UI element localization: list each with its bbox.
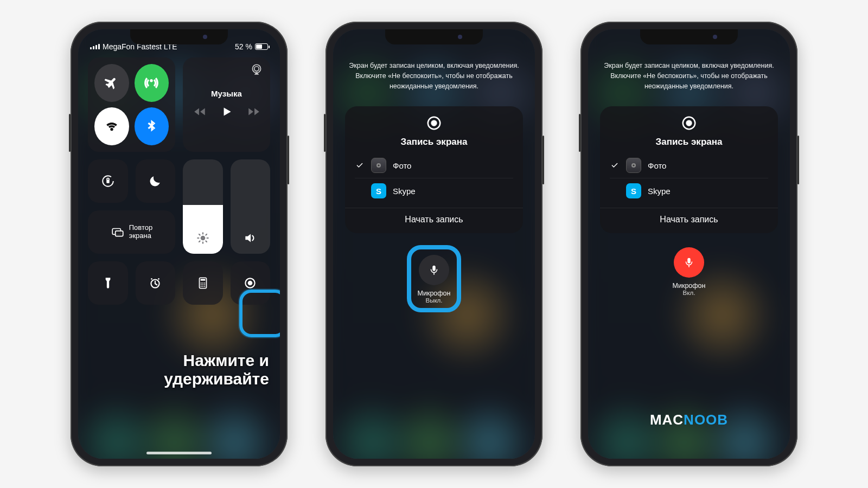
record-destination-skype[interactable]: S Skype <box>600 178 778 203</box>
calculator-button[interactable] <box>183 261 223 305</box>
svg-point-19 <box>202 286 203 287</box>
cellular-data-toggle[interactable] <box>135 64 169 102</box>
screen-record-button[interactable] <box>231 261 271 305</box>
media-title: Музыка <box>211 89 242 98</box>
do-not-disturb-button[interactable] <box>136 159 176 203</box>
notch <box>385 29 483 44</box>
record-destination-label: Skype <box>648 187 671 196</box>
microphone-icon <box>428 264 440 276</box>
orientation-lock-icon <box>101 174 115 188</box>
skype-app-icon: S <box>371 183 386 198</box>
photos-app-icon <box>626 158 641 173</box>
record-notice: Экран будет записан целиком, включая уве… <box>345 61 523 91</box>
media-tile[interactable]: Музыка <box>183 57 270 152</box>
phone-frame-1: MegaFon Fastest LTE 52 % <box>71 22 288 466</box>
screen-mirroring-icon <box>111 225 125 239</box>
svg-point-17 <box>204 284 205 285</box>
notch <box>640 29 738 44</box>
svg-point-4 <box>200 236 205 241</box>
svg-point-29 <box>686 120 692 126</box>
svg-point-31 <box>633 165 634 166</box>
checkmark-icon <box>610 162 620 169</box>
record-notice: Экран будет записан целиком, включая уве… <box>600 61 778 91</box>
media-next-button[interactable] <box>247 105 261 121</box>
media-play-button[interactable] <box>220 105 234 121</box>
orientation-lock-button[interactable] <box>88 159 128 203</box>
record-card: Запись экрана Фото <box>600 106 778 233</box>
svg-rect-32 <box>687 258 691 264</box>
svg-point-18 <box>200 286 201 287</box>
svg-point-1 <box>254 67 259 72</box>
battery-percent: 52 % <box>235 42 252 51</box>
svg-point-8 <box>151 278 152 280</box>
antenna-icon <box>144 76 158 90</box>
svg-point-22 <box>248 281 253 286</box>
wifi-toggle[interactable] <box>94 107 129 145</box>
brightness-slider[interactable] <box>183 159 223 254</box>
svg-point-15 <box>200 284 201 285</box>
record-destination-label: Skype <box>393 187 416 196</box>
airplay-icon[interactable] <box>250 63 264 79</box>
bluetooth-toggle[interactable] <box>135 107 169 145</box>
cellular-signal-icon <box>90 44 100 49</box>
start-recording-button[interactable]: Начать запись <box>345 208 523 226</box>
phone-frame-3: Экран будет записан целиком, включая уве… <box>580 22 797 466</box>
moon-icon <box>148 174 162 188</box>
timer-button[interactable] <box>136 261 176 305</box>
svg-rect-6 <box>115 231 123 236</box>
microphone-toggle[interactable] <box>674 247 704 278</box>
record-destination-skype[interactable]: S Skype <box>345 178 523 203</box>
svg-rect-27 <box>432 266 436 271</box>
svg-point-14 <box>204 282 205 284</box>
svg-point-20 <box>204 286 205 287</box>
watermark: MACNOOB <box>588 412 790 428</box>
battery-icon <box>255 43 268 50</box>
svg-rect-3 <box>106 179 109 183</box>
record-destination-label: Фото <box>393 161 411 170</box>
microphone-state: Выкл. <box>418 297 451 304</box>
record-icon <box>426 115 442 131</box>
screen-mirroring-button[interactable]: Повтор экрана <box>88 210 175 254</box>
notch <box>130 29 228 44</box>
volume-slider[interactable] <box>231 159 271 254</box>
skype-app-icon: S <box>626 183 641 198</box>
microphone-label: Микрофон <box>673 282 706 290</box>
airplane-icon <box>105 76 119 90</box>
svg-point-26 <box>378 165 379 166</box>
alarm-icon <box>148 276 162 290</box>
photos-app-icon <box>371 158 386 173</box>
screen-mirroring-label: Повтор экрана <box>129 224 152 240</box>
flashlight-button[interactable] <box>88 261 128 305</box>
svg-rect-11 <box>200 279 205 280</box>
record-title: Запись экрана <box>345 137 523 147</box>
microphone-icon <box>683 256 695 268</box>
connectivity-tile <box>88 57 175 152</box>
speaker-icon <box>243 231 257 247</box>
calculator-icon <box>196 276 210 290</box>
bluetooth-icon <box>144 119 158 133</box>
airplane-mode-toggle[interactable] <box>94 64 129 102</box>
sun-icon <box>196 231 210 247</box>
phone-frame-2: Экран будет записан целиком, включая уве… <box>326 22 542 466</box>
svg-point-0 <box>252 65 260 73</box>
flashlight-icon <box>101 276 115 290</box>
record-card: Запись экрана Фото <box>345 106 523 233</box>
checkmark-icon <box>355 162 365 169</box>
svg-point-9 <box>158 278 159 280</box>
record-icon <box>243 276 257 290</box>
instruction-caption: Нажмите и удерживайте <box>78 351 269 388</box>
record-destination-label: Фото <box>648 161 666 170</box>
microphone-label: Микрофон <box>418 290 451 297</box>
start-recording-button[interactable]: Начать запись <box>600 208 778 226</box>
media-prev-button[interactable] <box>193 105 207 121</box>
microphone-toggle[interactable] <box>419 255 449 285</box>
svg-point-13 <box>202 282 203 284</box>
record-destination-photo[interactable]: Фото <box>345 153 523 178</box>
svg-point-12 <box>200 282 201 284</box>
svg-point-24 <box>431 120 437 126</box>
record-title: Запись экрана <box>600 137 778 147</box>
record-icon <box>681 115 697 131</box>
microphone-state: Вкл. <box>673 290 706 296</box>
svg-point-16 <box>202 284 203 285</box>
record-destination-photo[interactable]: Фото <box>600 153 778 178</box>
